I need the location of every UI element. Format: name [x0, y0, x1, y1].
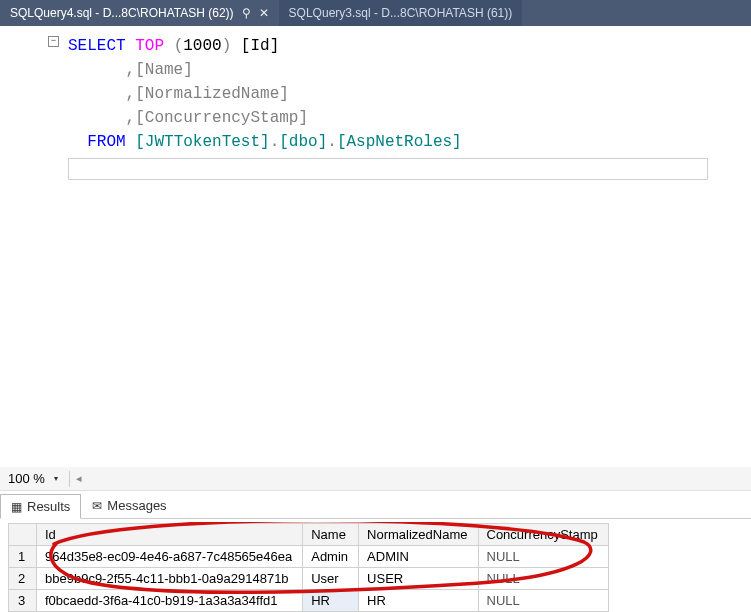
cell-concurrencystamp[interactable]: NULL	[478, 568, 608, 590]
code-block: SELECT TOP (1000) [Id] ,[Name] ,[Normali…	[24, 34, 751, 154]
message-icon: ✉	[92, 499, 102, 513]
row-number[interactable]: 1	[9, 546, 37, 568]
cell-normalizedname[interactable]: ADMIN	[359, 546, 478, 568]
identifier: [JWTTokenTest]	[135, 133, 269, 151]
paren: )	[222, 37, 232, 55]
col-header-name[interactable]: Name	[303, 524, 359, 546]
cell-concurrencystamp[interactable]: NULL	[478, 590, 608, 612]
code-line: ,[ConcurrencyStamp]	[68, 106, 751, 130]
code-line: ,[Name]	[68, 58, 751, 82]
pin-icon[interactable]: ⚲	[242, 6, 251, 20]
tab-label: SQLQuery3.sql - D...8C\ROHATASH (61))	[289, 6, 513, 20]
chevron-down-icon[interactable]: ▾	[49, 472, 63, 486]
code-line: FROM [JWTTokenTest].[dbo].[AspNetRoles]	[68, 130, 751, 154]
identifier: ,[ConcurrencyStamp]	[68, 109, 308, 127]
operator: .	[270, 133, 280, 151]
cursor-line	[68, 158, 708, 180]
table-row[interactable]: 2 bbe9b9c9-2f55-4c11-bbb1-0a9a2914871b U…	[9, 568, 609, 590]
table-row[interactable]: 1 964d35e8-ec09-4e46-a687-7c48565e46ea A…	[9, 546, 609, 568]
identifier: ,[Name]	[68, 61, 193, 79]
scroll-left-icon[interactable]: ◂	[76, 472, 82, 485]
cell-normalizedname[interactable]: HR	[359, 590, 478, 612]
zoom-value: 100 %	[4, 471, 49, 486]
code-line: ,[NormalizedName]	[68, 82, 751, 106]
cell-id[interactable]: f0bcaedd-3f6a-41c0-b919-1a3a3a34ffd1	[37, 590, 303, 612]
corner-header[interactable]	[9, 524, 37, 546]
tab-sqlquery4[interactable]: SQLQuery4.sql - D...8C\ROHATASH (62)) ⚲ …	[0, 0, 279, 26]
col-header-id[interactable]: Id	[37, 524, 303, 546]
table-row[interactable]: 3 f0bcaedd-3f6a-41c0-b919-1a3a3a34ffd1 H…	[9, 590, 609, 612]
cell-name[interactable]: User	[303, 568, 359, 590]
cell-name[interactable]: HR	[303, 590, 359, 612]
tab-messages[interactable]: ✉ Messages	[81, 493, 177, 518]
fold-toggle-icon[interactable]: −	[48, 36, 59, 47]
paren: (	[174, 37, 184, 55]
identifier: ,[NormalizedName]	[68, 85, 289, 103]
keyword: FROM	[68, 133, 135, 151]
cell-normalizedname[interactable]: USER	[359, 568, 478, 590]
cell-concurrencystamp[interactable]: NULL	[478, 546, 608, 568]
cell-name[interactable]: Admin	[303, 546, 359, 568]
row-number[interactable]: 2	[9, 568, 37, 590]
header-row: Id Name NormalizedName ConcurrencyStamp	[9, 524, 609, 546]
tab-label: Results	[27, 499, 70, 514]
keyword: TOP	[126, 37, 174, 55]
code-line: SELECT TOP (1000) [Id]	[68, 34, 751, 58]
data-table[interactable]: Id Name NormalizedName ConcurrencyStamp …	[8, 523, 609, 612]
document-tabs: SQLQuery4.sql - D...8C\ROHATASH (62)) ⚲ …	[0, 0, 751, 26]
tab-label: SQLQuery4.sql - D...8C\ROHATASH (62))	[10, 6, 234, 20]
divider	[69, 471, 70, 487]
result-tabs: ▦ Results ✉ Messages	[0, 491, 751, 519]
identifier: [Id]	[231, 37, 279, 55]
tab-sqlquery3[interactable]: SQLQuery3.sql - D...8C\ROHATASH (61))	[279, 0, 523, 26]
operator: .	[327, 133, 337, 151]
keyword: SELECT	[68, 37, 126, 55]
cell-id[interactable]: bbe9b9c9-2f55-4c11-bbb1-0a9a2914871b	[37, 568, 303, 590]
cell-id[interactable]: 964d35e8-ec09-4e46-a687-7c48565e46ea	[37, 546, 303, 568]
close-icon[interactable]: ✕	[259, 6, 269, 20]
zoom-bar: 100 % ▾ ◂	[0, 467, 751, 491]
identifier: [AspNetRoles]	[337, 133, 462, 151]
number: 1000	[183, 37, 221, 55]
identifier: [dbo]	[279, 133, 327, 151]
row-number[interactable]: 3	[9, 590, 37, 612]
col-header-concurrencystamp[interactable]: ConcurrencyStamp	[478, 524, 608, 546]
grid-icon: ▦	[11, 500, 22, 514]
sql-editor[interactable]: − SELECT TOP (1000) [Id] ,[Name] ,[Norma…	[0, 26, 751, 467]
results-grid: Id Name NormalizedName ConcurrencyStamp …	[0, 519, 751, 612]
tab-results[interactable]: ▦ Results	[0, 494, 81, 519]
tab-label: Messages	[107, 498, 166, 513]
col-header-normalizedname[interactable]: NormalizedName	[359, 524, 478, 546]
